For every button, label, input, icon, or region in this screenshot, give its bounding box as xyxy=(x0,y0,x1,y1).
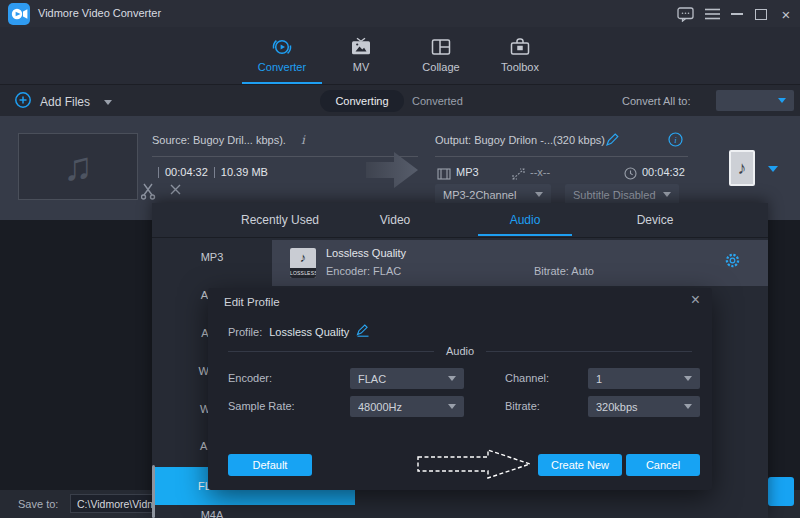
bitrate-select[interactable]: 320kbps xyxy=(588,396,700,417)
profile-name-row: Profile: Lossless Quality xyxy=(228,324,370,339)
bitrate-label: Bitrate: xyxy=(505,400,540,412)
lossless-badge-icon: ♪ LOSSLESS xyxy=(290,248,316,278)
channel-caret-icon xyxy=(684,376,692,381)
audio-track-select[interactable]: MP3-2Channel xyxy=(435,184,551,205)
menu-icon[interactable] xyxy=(703,5,721,23)
convert-arrow-icon xyxy=(366,150,420,190)
add-files-caret-icon xyxy=(104,100,112,105)
profile-bitrate: Bitrate: Auto xyxy=(534,265,594,277)
output-format-thumbnail[interactable]: ♪ xyxy=(729,150,755,186)
svg-text:i: i xyxy=(674,135,677,145)
clock-icon xyxy=(624,166,637,184)
tab-collage[interactable]: Collage xyxy=(401,27,481,84)
create-new-button[interactable]: Create New xyxy=(538,454,622,476)
app-window: Vidmore Video Converter × xyxy=(0,0,800,518)
channel-value: 1 xyxy=(596,373,678,385)
convert-all-button[interactable] xyxy=(768,477,794,506)
profile-label: Profile: xyxy=(228,326,262,338)
edit-profile-name-pencil-icon[interactable] xyxy=(356,324,370,339)
app-logo-icon xyxy=(8,3,30,25)
save-to-label: Save to: xyxy=(18,498,58,510)
tab-toolbox-label: Toolbox xyxy=(480,61,560,73)
audio-track-value: MP3-2Channel xyxy=(443,189,529,201)
encoder-label: Encoder: xyxy=(228,372,272,384)
convert-all-select[interactable] xyxy=(716,90,794,111)
converter-icon xyxy=(242,35,322,60)
add-icon xyxy=(14,91,32,113)
tab-audio[interactable]: Audio xyxy=(510,213,541,227)
sample-rate-select[interactable]: 48000Hz xyxy=(350,396,464,417)
format-item-m4a[interactable]: M4A xyxy=(152,507,272,518)
tab-converter[interactable]: Converter xyxy=(242,27,322,84)
source-duration: 00:04:32 xyxy=(165,166,208,178)
tab-collage-label: Collage xyxy=(401,61,481,73)
lossless-badge-text: LOSSLESS xyxy=(290,268,316,278)
profile-name: Lossless Quality xyxy=(326,247,406,259)
tab-mv-label: MV xyxy=(321,61,401,73)
profile-name-value: Lossless Quality xyxy=(269,326,349,338)
channel-select[interactable]: 1 xyxy=(588,368,700,389)
default-button[interactable]: Default xyxy=(228,454,312,476)
output-format: MP3 xyxy=(456,166,479,178)
stat-separator xyxy=(158,167,159,178)
source-thumbnail: ♫ xyxy=(18,133,138,200)
output-info-icon[interactable]: i xyxy=(668,132,683,151)
profile-row-lossless[interactable]: ♪ LOSSLESS Lossless Quality Encoder: FLA… xyxy=(272,240,768,286)
output-format-caret-icon[interactable] xyxy=(768,166,778,172)
stat-separator xyxy=(214,167,215,178)
audio-track-caret-icon xyxy=(535,192,543,197)
encoder-caret-icon xyxy=(448,376,456,381)
tab-device[interactable]: Device xyxy=(637,213,674,227)
source-info-icon[interactable]: i xyxy=(301,133,305,147)
sidebar-scrollbar[interactable] xyxy=(152,465,155,518)
feedback-icon[interactable] xyxy=(676,5,694,23)
add-files-label: Add Files xyxy=(40,95,90,109)
cancel-button[interactable]: Cancel xyxy=(626,454,700,476)
output-duration: 00:04:32 xyxy=(642,166,685,178)
profile-tabs: Recently Used Video Audio Device xyxy=(152,203,768,238)
section-title: Audio xyxy=(446,345,474,357)
output-label: Output: Bugoy Drilon -...(320 kbps) xyxy=(435,134,605,146)
encoder-select[interactable]: FLAC xyxy=(350,368,464,389)
minimize-icon[interactable] xyxy=(728,5,746,23)
subtitle-select[interactable]: Subtitle Disabled xyxy=(565,184,679,205)
resolution-icon xyxy=(512,166,525,184)
sample-rate-value: 48000Hz xyxy=(358,401,442,413)
rename-pencil-icon[interactable] xyxy=(605,133,619,151)
output-divider xyxy=(435,156,688,157)
mv-icon xyxy=(321,35,401,60)
music-note-icon: ♫ xyxy=(63,144,93,189)
profile-settings-gear-icon[interactable] xyxy=(724,252,741,273)
toolbox-icon xyxy=(480,35,560,60)
tab-recently-used[interactable]: Recently Used xyxy=(241,213,319,227)
section-divider xyxy=(486,351,692,352)
convert-all-label: Convert All to: xyxy=(622,95,690,107)
format-item-mp3[interactable]: MP3 xyxy=(152,249,272,265)
main-nav: Converter MV Collage xyxy=(0,27,800,84)
tab-converter-label: Converter xyxy=(242,61,322,73)
maximize-icon[interactable] xyxy=(752,5,770,23)
audio-tab-underline xyxy=(478,234,572,236)
tab-mv[interactable]: MV xyxy=(321,27,401,84)
source-size: 10.39 MB xyxy=(221,166,268,178)
format-icon xyxy=(437,166,451,184)
section-divider xyxy=(228,351,434,352)
converting-tab[interactable]: Converting xyxy=(320,90,404,112)
dialog-close-icon[interactable]: × xyxy=(691,292,700,308)
close-icon[interactable]: × xyxy=(777,5,795,23)
converted-tab[interactable]: Converted xyxy=(412,95,463,107)
add-files-button[interactable]: Add Files xyxy=(14,91,112,113)
subtitle-value: Subtitle Disabled xyxy=(573,189,657,201)
edit-profile-dialog: Edit Profile × Profile: Lossless Quality… xyxy=(208,288,712,490)
source-stats: 00:04:32 10.39 MB xyxy=(158,166,268,178)
bitrate-caret-icon xyxy=(684,404,692,409)
annotation-arrow xyxy=(414,447,536,481)
dialog-title: Edit Profile xyxy=(224,296,280,308)
toolbar: Add Files Converting Converted Convert A… xyxy=(0,84,800,116)
tab-video[interactable]: Video xyxy=(380,213,410,227)
bitrate-value: 320kbps xyxy=(596,401,678,413)
tab-toolbox[interactable]: Toolbox xyxy=(480,27,560,84)
clip-tools[interactable] xyxy=(141,182,185,204)
music-note-small-icon: ♪ xyxy=(738,158,747,179)
audio-section-header: Audio xyxy=(228,345,692,357)
